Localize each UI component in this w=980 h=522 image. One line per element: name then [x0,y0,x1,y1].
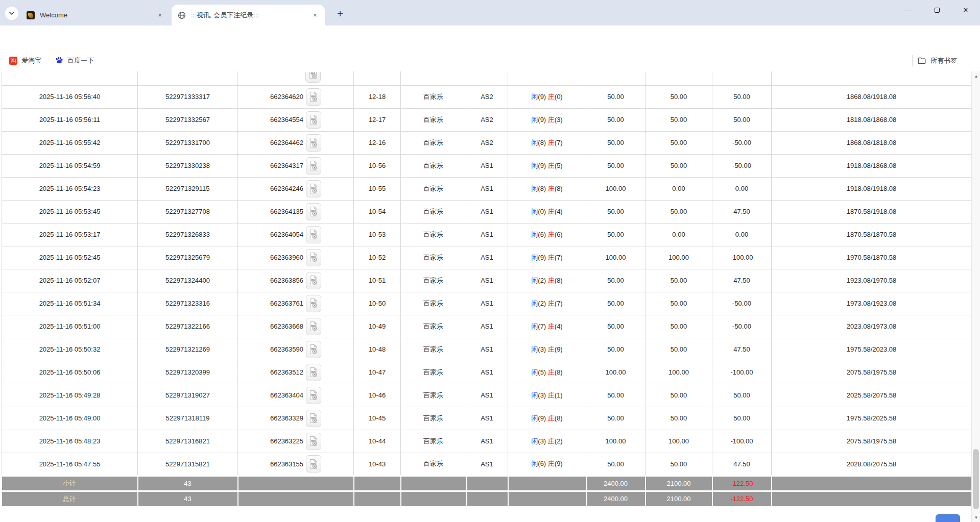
video-button[interactable] [306,88,321,106]
cell-valid-amount: 100.00 [646,246,712,269]
cell-result: 闲(3) 庄(9) [508,338,586,361]
round-number: 662363668 [270,322,303,330]
cell-round: 662363329 [238,407,354,430]
table-row: 2025-11-16 05:54:59522971330238662364317… [2,154,972,177]
video-button[interactable] [306,111,321,129]
video-button[interactable] [306,203,321,220]
cell-result: 闲(9) 庄(3) [508,108,586,131]
table-row: 2025-11-16 05:52:45522971325679662363960… [2,246,972,269]
tab-close-icon[interactable]: × [310,11,320,20]
video-button[interactable] [305,72,321,83]
banker-label: 庄 [548,300,555,307]
cell-time: 2025-11-16 05:54:59 [2,154,138,177]
cell-bet-amount: 100.00 [586,246,646,269]
cell-winloss: -50.00 [712,315,772,338]
player-label: 闲 [531,414,538,422]
video-button[interactable] [306,410,321,427]
video-button[interactable] [306,157,321,175]
cell-ticket-id: 522971325679 [138,246,238,269]
cell-winloss: 47.50 [712,200,772,223]
video-button[interactable] [306,272,321,289]
player-label: 闲 [531,391,538,399]
video-button[interactable] [306,180,321,197]
table-row: 2025-11-16 05:49:00522971318119662363329… [2,407,972,430]
cell-balance: 1868.08/1918.08 [772,85,972,108]
banker-label: 庄 [548,322,555,330]
player-label: 闲 [531,300,538,307]
video-button[interactable] [306,226,321,243]
video-button[interactable] [306,318,321,335]
cell-valid-amount: 0.00 [646,223,712,246]
video-button[interactable] [306,341,321,358]
video-button[interactable] [306,433,321,450]
new-tab-button[interactable]: + [333,7,347,21]
cell-result: 闲(9) 庄(8) [508,407,586,430]
maximize-button[interactable] [923,0,951,20]
cell-round [238,491,354,506]
table-row: 2025-11-16 05:52:07522971324400662363856… [2,269,972,292]
cell-table-no [354,71,401,85]
cell-table-no: 10-53 [354,223,401,246]
cell-balance: 1975.58/2025.58 [772,407,972,430]
all-bookmarks-button[interactable]: 所有书签 [917,54,957,67]
cell-valid-amount: 50.00 [646,131,712,154]
cell-round: 662363512 [238,361,354,384]
cell-ticket-id: 522971333317 [138,85,238,108]
cell-time: 2025-11-16 05:51:00 [2,315,138,338]
cell-result: 闲(6) 庄(6) [508,223,586,246]
tab-close-icon[interactable]: × [155,11,164,20]
video-button[interactable] [306,387,321,404]
table-row: 2025-11-16 05:47:55522971315821662363155… [2,453,972,476]
scrollbar-thumb[interactable] [973,449,979,509]
cell-desk: AS1 [466,246,508,269]
cell-balance [772,476,972,491]
player-label: 闲 [531,460,538,467]
video-button[interactable] [306,134,321,152]
table-row: 2025-11-16 05:53:45522971327708662364135… [2,200,972,223]
scroll-down-icon[interactable]: ▼ [972,513,980,521]
cell-desk: AS1 [466,453,508,476]
banker-label: 庄 [548,460,555,467]
table-row: 2025-11-16 05:51:34522971323316662363761… [2,292,972,315]
page-content: 2025-11-16 05:56:40522971333317662364620… [0,71,980,522]
video-button[interactable] [306,455,321,473]
cell-valid-amount: 50.00 [646,453,712,476]
round-number: 662364620 [270,93,303,101]
cell-balance: 1975.58/2023.08 [772,338,972,361]
cell-table-no: 10-50 [354,292,401,315]
cell-balance: 1818.08/1868.08 [772,108,972,131]
tab-welcome[interactable]: Welcome × [20,5,170,26]
tab-search-button[interactable] [5,7,18,20]
cell-ticket-id: 522971330238 [138,154,238,177]
tab-title: :::视讯, 会员下注纪录::: [191,11,306,20]
welcome-favicon-icon [27,11,35,19]
round-number: 662363512 [270,368,303,376]
banker-label: 庄 [548,162,555,169]
close-button[interactable]: × [951,0,980,20]
video-button[interactable] [306,249,321,266]
bookmarks-bar: 淘 爱淘宝 百度一下 所有书签 [0,50,980,71]
floating-corner-button[interactable] [936,514,960,522]
cell-table-no: 10-54 [354,200,401,223]
taobao-icon: 淘 [9,57,17,65]
video-button[interactable] [306,364,321,381]
cell-game-type: 百家乐 [401,269,466,292]
cell-bet-amount [586,71,646,85]
video-button[interactable] [306,295,321,312]
cell-result [508,491,586,506]
bookmark-baidu[interactable]: 百度一下 [52,54,97,67]
cell-bet-amount: 50.00 [586,85,646,108]
cell-winloss: -100.00 [712,361,772,384]
cell-valid-amount: 0.00 [646,177,712,200]
scroll-up-icon[interactable]: ▲ [972,72,980,80]
bookmark-taobao[interactable]: 淘 爱淘宝 [6,54,44,67]
video-record-icon [309,413,318,424]
round-number: 662363404 [270,391,303,399]
minimize-button[interactable]: — [894,0,923,20]
tab-betrecord[interactable]: :::视讯, 会员下注纪录::: × [172,5,325,26]
cell-table-no [354,476,401,491]
cell-balance: 1970.58/1870.58 [772,246,972,269]
video-record-icon [309,344,318,355]
cell-time: 2025-11-16 05:56:40 [2,85,138,108]
vertical-scrollbar[interactable]: ▲ ▼ [971,71,980,522]
